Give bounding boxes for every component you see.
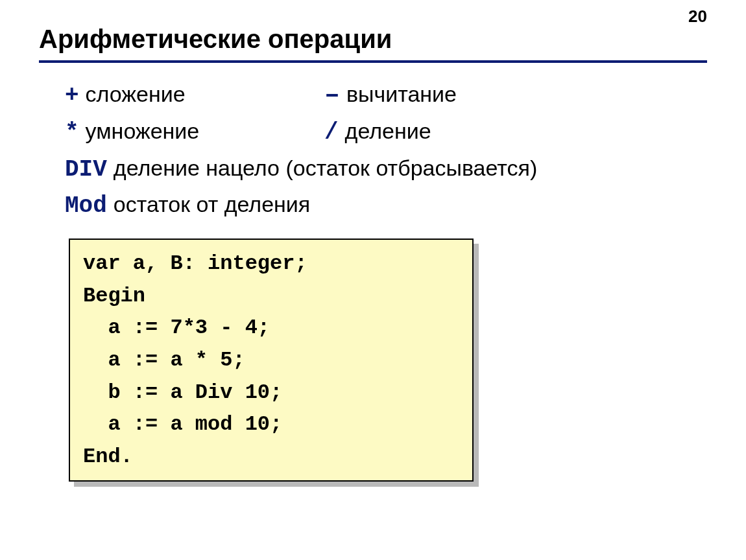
code-line-5: b := a Div 10; <box>83 380 282 404</box>
slide-title: Арифметические операции <box>39 25 707 54</box>
code-line-7: End. <box>83 445 133 469</box>
idiv-label: деление нацело (остаток отбрасывается) <box>114 151 537 185</box>
slide: 20 Арифметические операции + сложение – … <box>0 0 746 560</box>
op-plus: + сложение <box>65 77 324 114</box>
mul-label: умножение <box>86 114 200 148</box>
title-rule <box>39 60 707 63</box>
operations-list: + сложение – вычитание * умножение / дел… <box>65 77 707 224</box>
code-line-4: a := a * 5; <box>83 348 245 372</box>
ops-row-4: Mod остаток от деления <box>65 187 707 224</box>
op-mod: Mod остаток от деления <box>65 187 310 224</box>
op-div: / деление <box>324 114 584 151</box>
op-mul: * умножение <box>65 114 324 151</box>
div-label: деление <box>345 114 431 148</box>
minus-symbol: – <box>324 85 340 106</box>
ops-row-3: DIV деление нацело (остаток отбрасываетс… <box>65 151 707 188</box>
mul-symbol: * <box>65 115 79 151</box>
code-line-6: a := a mod 10; <box>83 412 282 436</box>
mod-label: остаток от деления <box>114 187 310 222</box>
plus-symbol: + <box>65 78 79 114</box>
div-symbol: / <box>324 115 339 151</box>
op-idiv: DIV деление нацело (остаток отбрасываетс… <box>65 151 537 188</box>
plus-label: сложение <box>86 77 186 111</box>
op-minus: – вычитание <box>324 77 584 114</box>
ops-row-2: * умножение / деление <box>65 114 707 151</box>
minus-label: вычитание <box>346 77 457 111</box>
page-number: 20 <box>688 6 707 27</box>
code-line-2: Begin <box>83 284 145 308</box>
code-panel: var a, B: integer; Begin a := 7*3 - 4; a… <box>69 239 474 482</box>
code-line-3: a := 7*3 - 4; <box>83 316 270 340</box>
code-block: var a, B: integer; Begin a := 7*3 - 4; a… <box>69 239 474 482</box>
ops-row-1: + сложение – вычитание <box>65 77 707 114</box>
idiv-symbol: DIV <box>65 152 107 188</box>
code-line-1: var a, B: integer; <box>83 251 307 275</box>
mod-symbol: Mod <box>65 188 107 224</box>
